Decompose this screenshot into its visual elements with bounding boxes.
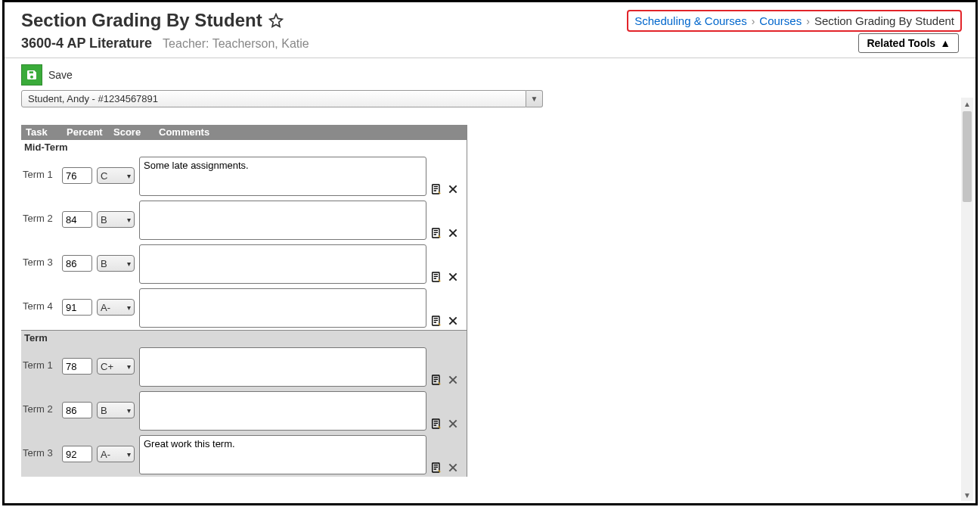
chevron-down-icon: ▾ (127, 260, 131, 268)
percent-input[interactable] (62, 167, 92, 184)
score-select[interactable]: C+▾ (97, 358, 135, 375)
comment-textarea[interactable] (139, 391, 426, 431)
clear-comment-icon[interactable] (446, 182, 460, 196)
scroll-thumb[interactable] (963, 111, 972, 202)
canned-comments-icon[interactable] (430, 314, 443, 328)
divider (5, 58, 975, 58)
grade-row: Term 1C▾ (21, 154, 467, 198)
grade-row: Term 2B▾ (21, 198, 467, 242)
breadcrumb: Scheduling & Courses › Courses › Section… (627, 10, 962, 32)
col-percent: Percent (67, 126, 109, 138)
clear-comment-icon[interactable] (446, 417, 460, 431)
canned-comments-icon[interactable] (430, 461, 443, 474)
student-select-value: Student, Andy - #1234567891 (21, 90, 526, 107)
star-icon[interactable] (268, 13, 284, 28)
score-select[interactable]: B▾ (97, 402, 135, 418)
scroll-down-icon[interactable]: ▼ (961, 489, 973, 501)
grade-row: Term 3A-▾ (21, 433, 467, 477)
canned-comments-icon[interactable] (430, 417, 443, 431)
related-tools-label: Related Tools (867, 37, 935, 49)
clear-comment-icon[interactable] (446, 461, 460, 474)
grid-header: Task Percent Score Comments (21, 125, 467, 139)
canned-comments-icon[interactable] (430, 270, 443, 284)
comment-textarea[interactable] (139, 244, 426, 284)
percent-input[interactable] (62, 402, 92, 418)
dropdown-arrow-icon[interactable]: ▼ (526, 90, 543, 107)
score-select[interactable]: A-▾ (97, 446, 135, 462)
term-label: Term 4 (21, 288, 57, 312)
comment-textarea[interactable] (139, 288, 426, 328)
score-select[interactable]: B▾ (97, 211, 135, 228)
term-label: Term 3 (21, 244, 57, 268)
page-title-text: Section Grading By Student (21, 10, 262, 31)
percent-input[interactable] (62, 255, 92, 272)
vertical-scrollbar[interactable]: ▲ ▼ (961, 98, 973, 501)
col-comments: Comments (159, 126, 209, 138)
save-label: Save (48, 69, 73, 81)
score-select[interactable]: C▾ (97, 167, 135, 184)
save-icon (26, 69, 38, 81)
canned-comments-icon[interactable] (430, 373, 443, 387)
percent-input[interactable] (62, 446, 92, 462)
breadcrumb-link-courses[interactable]: Courses (759, 14, 802, 27)
chevron-down-icon: ▾ (127, 450, 131, 459)
canned-comments-icon[interactable] (430, 182, 443, 196)
comment-textarea[interactable] (139, 157, 426, 196)
grade-row: Term 3B▾ (21, 242, 467, 286)
clear-comment-icon[interactable] (446, 373, 460, 387)
breadcrumb-link-scheduling[interactable]: Scheduling & Courses (634, 14, 746, 27)
save-button[interactable] (21, 64, 42, 86)
grade-row: Term 4A-▾ (21, 286, 467, 330)
page-title: Section Grading By Student (21, 10, 284, 31)
section-header: Term (21, 330, 467, 345)
clear-comment-icon[interactable] (446, 226, 460, 240)
term-label: Term 2 (21, 201, 57, 224)
chevron-down-icon: ▾ (127, 362, 131, 371)
chevron-right-icon: › (752, 15, 755, 27)
col-score: Score (113, 126, 154, 138)
clear-comment-icon[interactable] (446, 314, 460, 328)
clear-comment-icon[interactable] (446, 270, 460, 284)
teacher-label: Teacher: Teacherson, Katie (163, 37, 309, 51)
comment-textarea[interactable] (139, 347, 426, 387)
related-tools-button[interactable]: Related Tools ▲ (858, 33, 959, 53)
term-label: Term 3 (21, 435, 57, 459)
term-label: Term 1 (21, 347, 57, 371)
comment-textarea[interactable] (139, 435, 426, 474)
col-task: Task (26, 126, 62, 138)
grade-row: Term 1C+▾ (21, 345, 467, 389)
chevron-up-icon: ▲ (940, 37, 951, 49)
chevron-down-icon: ▾ (127, 172, 131, 180)
chevron-down-icon: ▾ (127, 406, 131, 415)
scroll-up-icon[interactable]: ▲ (961, 98, 973, 110)
score-select[interactable]: B▾ (97, 255, 135, 272)
breadcrumb-current: Section Grading By Student (814, 14, 954, 27)
percent-input[interactable] (62, 211, 92, 228)
section-header: Mid-Term (21, 139, 467, 154)
term-label: Term 1 (21, 157, 57, 180)
chevron-down-icon: ▾ (127, 303, 131, 312)
comment-textarea[interactable] (139, 201, 426, 240)
score-select[interactable]: A-▾ (97, 299, 135, 316)
student-select[interactable]: Student, Andy - #1234567891 ▼ (21, 90, 543, 107)
section-name: 3600-4 AP Literature (21, 36, 152, 51)
chevron-down-icon: ▾ (127, 216, 131, 224)
percent-input[interactable] (62, 358, 92, 375)
percent-input[interactable] (62, 299, 92, 316)
term-label: Term 2 (21, 391, 57, 415)
grade-row: Term 2B▾ (21, 389, 467, 433)
chevron-right-icon: › (806, 15, 810, 27)
canned-comments-icon[interactable] (430, 226, 443, 240)
